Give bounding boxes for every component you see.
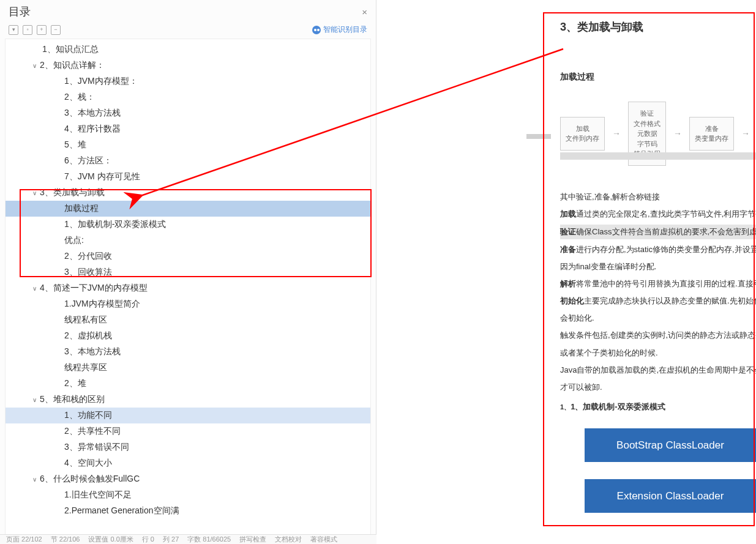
- toc-item-label: 4、简述一下JVM的内存模型: [40, 283, 148, 292]
- toc-item[interactable]: ∨6、什么时候会触发FullGC: [6, 471, 370, 487]
- toc-list[interactable]: 1、知识点汇总∨2、知识点详解：1、JVM内存模型：2、栈：3、本地方法栈4、程…: [6, 39, 370, 538]
- toc-item-label: 加载过程: [64, 203, 99, 213]
- para: 其中验证,准备,解析合称链接: [560, 190, 756, 204]
- smart-recognize-button[interactable]: 智能识别目录: [312, 24, 367, 35]
- toc-item[interactable]: 线程私有区: [6, 312, 370, 328]
- toc-item-label: 线程私有区: [64, 315, 107, 324]
- expand-down-icon[interactable]: ▾: [9, 25, 18, 35]
- remove-icon[interactable]: −: [51, 25, 61, 35]
- toc-item[interactable]: ∨3、类加载与卸载: [6, 185, 370, 201]
- chevron-down-icon[interactable]: ∨: [32, 62, 39, 69]
- toc-item[interactable]: 4、空间大小: [6, 455, 370, 471]
- toc-item[interactable]: ∨5、堆和栈的区别: [6, 392, 370, 408]
- toc-item-label: 4、空间大小: [64, 458, 112, 468]
- chevron-down-icon[interactable]: ∨: [32, 397, 39, 403]
- toc-item-label: 4、程序计数器: [64, 124, 121, 133]
- toc-item[interactable]: 1、加载机制-双亲委派模式: [6, 217, 370, 233]
- classloader-extension: Extension ClassLoader: [585, 479, 756, 513]
- para: Java自带的加载器加载的类,在虚拟机的生命周期中是不会被: [560, 363, 756, 377]
- para: 准备进行内存分配,为static修饰的类变量分配内存,并设置: [560, 243, 756, 256]
- collapse-icon[interactable]: ▫: [23, 25, 32, 35]
- toc-item-label: 2、虚拟机栈: [64, 330, 112, 340]
- toc-item-label: 3、本地方法栈: [64, 108, 121, 117]
- status-item: 字数 81/66025: [187, 535, 231, 544]
- arrow-icon: →: [741, 127, 750, 140]
- para: 因为final变量在编译时分配.: [560, 260, 756, 274]
- toc-item-label: 1、知识点汇总: [42, 44, 99, 54]
- toc-item[interactable]: 6、方法区：: [6, 153, 370, 169]
- toc-item[interactable]: 优点:: [6, 233, 370, 248]
- toc-item[interactable]: 1、功能不同: [6, 408, 370, 423]
- document-view[interactable]: 3、类加载与卸载 加载过程 加载文件到内存→验证文件格式元数据字节码符号引用→准…: [376, 0, 756, 544]
- para: 加载通过类的完全限定名,查找此类字节码文件,利用字节码: [560, 207, 756, 221]
- toc-item-label: 1.JVM内存模型简介: [64, 299, 140, 308]
- status-item: 文档校对: [275, 535, 302, 544]
- para: 1、1、加载机制-双亲委派模式: [560, 400, 756, 414]
- close-icon[interactable]: ×: [362, 7, 367, 17]
- toc-item-label: 优点:: [64, 235, 84, 245]
- toc-item-label: 6、什么时候会触发FullGC: [40, 474, 140, 483]
- status-item: 拼写检查: [239, 535, 266, 544]
- status-item: 行 0: [142, 535, 154, 544]
- add-icon[interactable]: +: [37, 25, 47, 35]
- toc-item-label: 5、堆和栈的区别: [40, 394, 105, 404]
- toc-item-label: 2、堆: [64, 378, 86, 388]
- toc-item-label: 2、分代回收: [64, 251, 112, 261]
- flow-box: 加载文件到内存: [560, 117, 605, 151]
- toc-item-label: 2、共享性不同: [64, 426, 121, 436]
- chevron-down-icon[interactable]: ∨: [32, 476, 39, 483]
- status-item: 列 27: [163, 535, 179, 544]
- para: 或者某个子类初始化的时候.: [560, 346, 756, 360]
- toc-item[interactable]: 线程共享区: [6, 360, 370, 376]
- para: 触发条件包括,创建类的实例时,访问类的静态方法或静态变: [560, 329, 756, 342]
- toc-item[interactable]: ∨4、简述一下JVM的内存模型: [6, 280, 370, 296]
- chevron-down-icon[interactable]: ∨: [32, 190, 39, 196]
- toc-item-label: 3、本地方法栈: [64, 346, 121, 356]
- status-item: 设置值 0.0厘米: [88, 535, 133, 544]
- toc-item-label: 1.旧生代空间不足: [64, 490, 132, 499]
- toc-item[interactable]: 1、知识点汇总: [6, 42, 370, 58]
- toc-item[interactable]: 4、程序计数器: [6, 121, 370, 137]
- classloader-bootstrap: BootStrap ClassLoader: [585, 428, 756, 462]
- toc-item-label: 3、回收算法: [64, 267, 112, 277]
- arrow-icon: →: [673, 127, 682, 140]
- toc-item-label: 1、功能不同: [64, 410, 112, 420]
- status-bar: 页面 22/102节 22/106设置值 0.0厘米行 0列 27字数 81/6…: [0, 534, 376, 544]
- toc-item[interactable]: ∨2、知识点详解：: [6, 58, 370, 73]
- doc-subheading: 加载过程: [560, 70, 756, 83]
- toc-item[interactable]: 5、堆: [6, 137, 370, 153]
- para: 会初始化.: [560, 311, 756, 325]
- toc-item[interactable]: 1.JVM内存模型简介: [6, 296, 370, 312]
- para: 才可以被卸.: [560, 381, 756, 394]
- smart-icon: [312, 26, 321, 34]
- status-item: 著容模式: [310, 535, 337, 544]
- flow-box: 准备类变量内存: [689, 117, 734, 151]
- toc-item-label: 2、栈：: [64, 92, 95, 102]
- toc-item[interactable]: 2、堆: [6, 376, 370, 392]
- toc-item-label: 线程共享区: [64, 362, 107, 372]
- toc-item[interactable]: 7、JVM 内存可见性: [6, 169, 370, 185]
- toc-panel: 目录 × ▾ ▫ + − 智能识别目录 1、知识点汇总∨2、知识点详解：1、JV…: [0, 0, 376, 544]
- toc-item[interactable]: 3、异常错误不同: [6, 439, 370, 455]
- toc-item[interactable]: 3、本地方法栈: [6, 105, 370, 121]
- toc-item[interactable]: 1、JVM内存模型：: [6, 73, 370, 89]
- chevron-down-icon[interactable]: ∨: [32, 285, 39, 292]
- toc-item-label: 6、方法区：: [64, 155, 112, 165]
- para: 解析将常量池中的符号引用替换为直接引用的过程.直接引: [560, 277, 756, 291]
- toc-item[interactable]: 2、栈：: [6, 89, 370, 105]
- toc-item[interactable]: 3、回收算法: [6, 264, 370, 280]
- toc-item[interactable]: 2、虚拟机栈: [6, 328, 370, 344]
- status-item: 页面 22/102: [6, 535, 42, 544]
- toc-item[interactable]: 1.旧生代空间不足: [6, 487, 370, 503]
- toc-item-label: 3、类加载与卸载: [40, 187, 105, 197]
- toc-item[interactable]: 2、共享性不同: [6, 423, 370, 439]
- toc-item-label: 5、堆: [64, 140, 86, 149]
- toc-item[interactable]: 2.Permanet Generation空间满: [6, 503, 370, 519]
- toc-item[interactable]: 2、分代回收: [6, 248, 370, 264]
- toc-item-label: 7、JVM 内存可见性: [64, 171, 140, 181]
- para: 初始化主要完成静态块执行以及静态变量的赋值.先初始化: [560, 294, 756, 308]
- toc-item-label: 2、知识点详解：: [40, 60, 105, 70]
- para-highlighted: 验证确保Class文件符合当前虚拟机的要求,不会危害到虚: [560, 225, 756, 239]
- toc-item[interactable]: 3、本地方法栈: [6, 344, 370, 360]
- toc-item[interactable]: 加载过程: [6, 201, 370, 217]
